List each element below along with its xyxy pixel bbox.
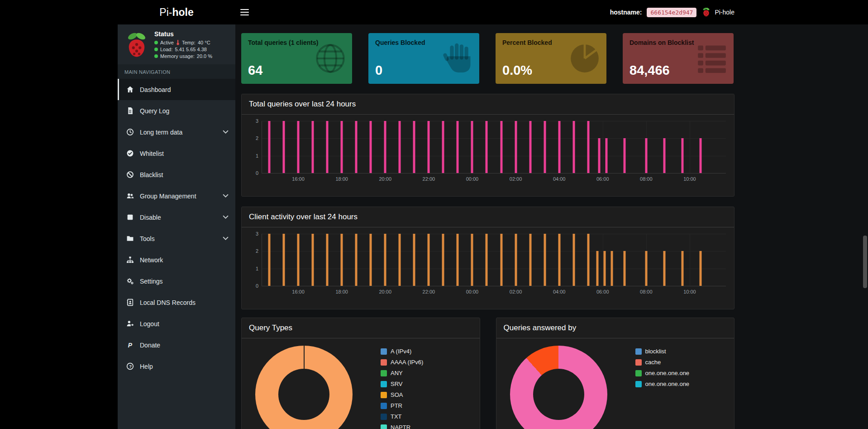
sidebar-item-network[interactable]: Network [118,249,235,270]
panel-title: Queries answered by [496,318,734,338]
bar[interactable] [544,234,546,286]
legend-item[interactable]: NAPTR [381,424,423,429]
bar[interactable] [355,121,358,173]
bar[interactable] [428,234,430,286]
bar[interactable] [623,251,625,286]
bar[interactable] [529,121,531,173]
sidebar-item-local-dns-records[interactable]: Local DNS Records [118,292,235,313]
bar[interactable] [341,234,343,286]
bar[interactable] [283,121,285,173]
x-axis-label: 22:00 [423,176,435,182]
bar[interactable] [623,138,625,173]
query-types-donut[interactable] [255,346,353,429]
bar[interactable] [312,121,314,173]
legend-item[interactable]: TXT [381,413,423,420]
sidebar-item-long-term-data[interactable]: Long term data [118,121,235,143]
sidebar-item-group-management[interactable]: Group Management [118,185,235,207]
bar[interactable] [645,138,647,173]
bar[interactable] [428,121,430,173]
bar[interactable] [663,251,665,286]
bar[interactable] [699,138,701,173]
bar[interactable] [587,234,589,286]
bar-chart-plot[interactable]: 012316:0018:0020:0022:0000:0002:0004:000… [262,234,726,286]
legend-item[interactable]: ANY [381,370,423,376]
bar[interactable] [413,121,415,173]
legend-item[interactable]: SOA [381,391,423,398]
panel-title: Query Types [242,318,480,338]
bar[interactable] [598,138,600,173]
menu-toggle-button[interactable] [240,0,260,24]
bar[interactable] [681,138,683,173]
bar[interactable] [603,251,606,286]
bar[interactable] [500,234,502,286]
bar[interactable] [515,234,517,286]
scrollbar-thumb[interactable] [863,236,867,288]
bar[interactable] [605,138,607,173]
bar[interactable] [471,234,473,286]
bar[interactable] [457,234,459,286]
bar[interactable] [471,121,473,173]
sidebar-item-tools[interactable]: Tools [118,228,235,249]
legend-item[interactable]: SRV [381,381,423,387]
bar[interactable] [355,234,358,286]
sidebar-item-query-log[interactable]: Query Log [118,100,235,121]
bar[interactable] [663,138,665,173]
queries-over-time-chart[interactable]: 012316:0018:0020:0022:0000:0002:0004:000… [262,121,726,187]
bar[interactable] [558,234,560,286]
sidebar-item-logout[interactable]: Logout [118,313,235,334]
bar[interactable] [326,121,329,173]
bar[interactable] [681,251,683,286]
bar[interactable] [486,121,488,173]
bar[interactable] [544,121,546,173]
bar[interactable] [596,251,598,286]
bar[interactable] [312,234,314,286]
legend-item[interactable]: PTR [381,402,423,409]
legend-item[interactable]: AAAA (IPv6) [381,359,423,366]
bar[interactable] [399,121,401,173]
bar[interactable] [413,234,415,286]
bar[interactable] [268,234,271,286]
bar[interactable] [500,121,502,173]
bar[interactable] [297,234,300,286]
bar[interactable] [370,234,372,286]
sidebar-item-dashboard[interactable]: Dashboard [118,79,235,100]
client-activity-chart[interactable]: 012316:0018:0020:0022:0000:0002:0004:000… [262,234,726,300]
bar[interactable] [442,234,444,286]
bar[interactable] [370,121,372,173]
sidebar-item-donate[interactable]: P Donate [118,334,235,356]
bar[interactable] [572,121,575,173]
bar[interactable] [645,251,647,286]
bar[interactable] [457,121,459,173]
bar[interactable] [384,121,386,173]
bar[interactable] [587,121,589,173]
brand-logo[interactable]: Pi-hole [118,0,235,24]
sidebar-item-help[interactable]: ? Help [118,356,235,377]
bar[interactable] [572,234,575,286]
bar[interactable] [326,234,329,286]
bar[interactable] [399,234,401,286]
legend-item[interactable]: one.one.one.one [635,381,690,387]
bar[interactable] [515,121,517,173]
bar[interactable] [610,251,613,286]
bar[interactable] [442,121,444,173]
sidebar-item-whitelist[interactable]: Whitelist [118,143,235,164]
bar[interactable] [341,121,343,173]
bar-chart-plot[interactable]: 012316:0018:0020:0022:0000:0002:0004:000… [262,121,726,174]
legend-item[interactable]: blocklist [635,348,690,355]
bar[interactable] [558,121,560,173]
bar[interactable] [384,234,386,286]
bar[interactable] [529,234,531,286]
bar[interactable] [297,121,300,173]
sidebar-item-disable[interactable]: Disable [118,207,235,228]
sidebar-item-blacklist[interactable]: Blacklist [118,164,235,185]
bar[interactable] [699,251,701,286]
upstreams-donut[interactable] [510,346,607,429]
legend-item[interactable]: A (IPv4) [381,348,423,355]
legend-item[interactable]: cache [635,359,690,366]
legend-item[interactable]: one.one.one.one [635,370,690,376]
bar[interactable] [283,234,285,286]
pihole-home-link[interactable]: Pi-hole [701,7,734,18]
bar[interactable] [486,234,488,286]
sidebar-item-settings[interactable]: Settings [118,270,235,292]
bar[interactable] [268,121,271,173]
